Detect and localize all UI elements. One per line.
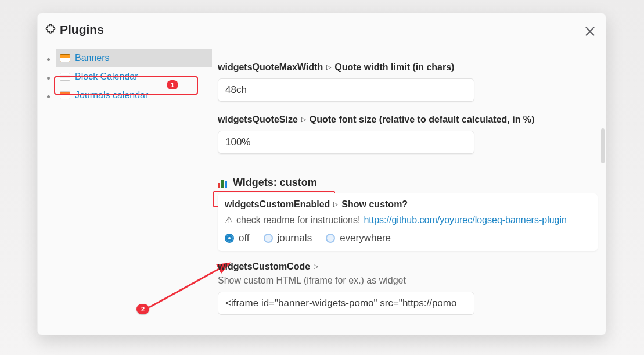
modal-title: Plugins <box>60 23 104 37</box>
sidebar-item-banners[interactable]: Banners <box>56 49 212 67</box>
sidebar-item-label: Journals calendar <box>75 90 148 101</box>
radio-dot-icon <box>264 234 273 243</box>
journals-calendar-icon <box>60 91 70 100</box>
radio-dot-icon <box>326 234 335 243</box>
widgets-custom-section: Widgets: custom widgetsCustomEnabled ▷ S… <box>218 168 598 315</box>
radio-label: everywhere <box>340 232 391 244</box>
readme-link[interactable]: https://github.com/yoyurec/logseq-banner… <box>364 215 567 225</box>
annotation-badge-2: 2 <box>136 304 149 314</box>
custom-code-input[interactable]: <iframe id="banner-widgets-pomo" src="ht… <box>218 292 474 315</box>
warning-icon: ⚠ <box>225 214 233 225</box>
setting-key: widgetsCustomCode <box>218 261 310 272</box>
input-value: 48ch <box>225 84 247 96</box>
quote-max-width-input[interactable]: 48ch <box>218 78 474 102</box>
section-title-text: Widgets: custom <box>233 177 317 189</box>
sidebar: Banners Block Calendar Journals calendar <box>38 46 212 105</box>
radio-label: journals <box>278 232 312 244</box>
close-button[interactable] <box>584 25 596 41</box>
chevron-right-icon: ▷ <box>314 263 318 270</box>
modal-body: Banners Block Calendar Journals calendar <box>38 41 606 335</box>
setting-desc: Show custom HTML (iframe for ex.) as wid… <box>218 275 598 286</box>
custom-enabled-radios: off journals everywhere <box>225 232 591 244</box>
setting-key: widgetsQuoteSize <box>218 114 298 125</box>
banner-icon <box>60 53 70 63</box>
setting-desc: Quote font size (relative to default cal… <box>310 114 535 125</box>
quote-size-input[interactable]: 100% <box>218 131 474 154</box>
plugins-modal: Plugins Banners Block Calendar <box>37 13 606 335</box>
settings-content: widgetsQuoteMaxWidth ▷ Quote width limit… <box>212 41 606 335</box>
setting-desc: Quote width limit (in chars) <box>334 62 454 73</box>
setting-key: widgetsCustomEnabled <box>225 199 330 210</box>
note-text: check readme for instructions! <box>236 215 360 225</box>
bar-chart-icon <box>218 178 228 188</box>
setting-desc: Show custom? <box>341 199 408 210</box>
input-value: 100% <box>225 137 250 148</box>
chevron-right-icon: ▷ <box>326 63 331 71</box>
radio-dot-icon <box>225 234 234 243</box>
puzzle-icon <box>45 24 56 35</box>
radio-everywhere[interactable]: everywhere <box>326 232 391 244</box>
input-value: <iframe id="banner-widgets-pomo" src="ht… <box>225 297 456 309</box>
close-icon <box>584 25 596 38</box>
chevron-right-icon: ▷ <box>301 116 306 123</box>
radio-journals[interactable]: journals <box>264 232 312 244</box>
widgets-custom-enabled-card: widgetsCustomEnabled ▷ Show custom? ⚠ ch… <box>218 193 598 251</box>
chevron-right-icon: ▷ <box>333 200 338 208</box>
scrollbar[interactable] <box>601 128 605 163</box>
sidebar-item-journals-calendar[interactable]: Journals calendar <box>56 87 212 104</box>
sidebar-item-label: Block Calendar <box>75 71 138 82</box>
sidebar-item-label: Banners <box>75 53 110 63</box>
setting-key: widgetsQuoteMaxWidth <box>218 62 323 73</box>
modal-header: Plugins <box>38 13 606 41</box>
radio-label: off <box>239 232 250 244</box>
sidebar-item-block-calendar[interactable]: Block Calendar <box>56 68 212 85</box>
radio-off[interactable]: off <box>225 232 250 244</box>
background-hint <box>0 41 13 59</box>
block-calendar-icon <box>60 72 70 81</box>
